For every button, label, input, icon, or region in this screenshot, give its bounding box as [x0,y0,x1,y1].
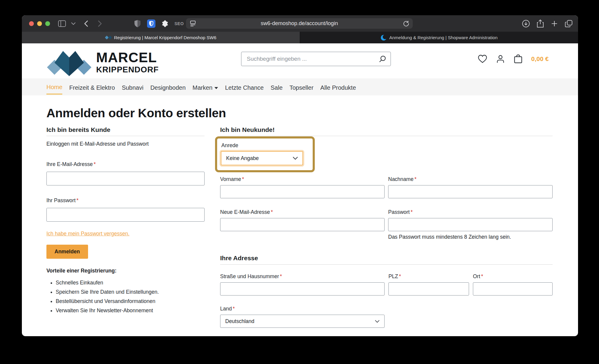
zip-field[interactable] [388,282,469,296]
email-field[interactable] [46,172,205,185]
divider [46,136,205,136]
address-bar[interactable]: sw6-demoshop.de/account/login [186,18,413,29]
register-password-label: Passwort* [388,209,553,215]
login-button[interactable]: Anmelden [46,245,88,259]
country-select[interactable]: Deutschland [220,315,385,328]
annotation-highlight: Anrede Keine Angabe [215,136,315,172]
benefits-heading: Vorteile einer Registrierung: [46,268,205,274]
password-field[interactable] [46,208,205,222]
nav-item-subnavi[interactable]: Subnavi [122,80,143,94]
sidebar-chevron-icon[interactable] [69,19,78,28]
benefits-list: Schnelles Einkaufen Speichern Sie Ihre D… [56,278,205,315]
register-section: Ich bin Neukunde! Anrede Keine Angabe Vo… [220,126,553,328]
new-tab-icon[interactable] [551,20,558,27]
nav-item-marken[interactable]: Marken [193,80,218,94]
benefit-item: Speichern Sie Ihre Daten und Einstellung… [56,287,205,297]
diamond-extension-icon[interactable] [161,19,169,28]
login-heading: Ich bin bereits Kunde [46,126,205,133]
benefit-item: Bestellübersicht und Versandinformatione… [56,297,205,306]
chevron-down-icon [375,320,379,323]
login-intro: Einloggen mit E-Mail-Adresse und Passwor… [46,141,205,147]
tab-shop-title: Registrierung | Marcel Krippendorf Demos… [114,35,217,40]
city-label: Ort* [473,273,553,280]
nav-item-freizeit-elektro[interactable]: Freizeit & Elektro [69,80,115,94]
wishlist-heart-icon[interactable] [478,54,487,63]
main-navigation: Home Freizeit & Elektro Subnavi Designbo… [22,78,578,95]
downloads-icon[interactable] [522,20,530,28]
tab-bar: Registrierung | Marcel Krippendorf Demos… [22,32,578,43]
shop-header: MARCEL KRIPPENDORF 0,00 € [22,43,578,78]
divider [220,136,553,136]
cart-total[interactable]: 0,00 € [531,55,549,63]
divider [220,264,553,265]
street-field[interactable] [220,282,385,296]
browser-toolbar: SEO sw6-demoshop.de/account/login [22,15,578,32]
first-name-field[interactable] [220,185,385,198]
account-icon[interactable] [496,54,505,63]
sidebar-toggle-icon[interactable] [58,19,66,28]
login-section: Ich bin bereits Kunde Einloggen mit E-Ma… [46,126,205,328]
new-email-field[interactable] [220,218,385,231]
blue-shield-extension-icon[interactable] [147,19,155,28]
nav-item-home[interactable]: Home [46,79,62,95]
register-password-field[interactable] [388,218,553,231]
last-name-label: Nachname* [388,176,553,182]
tab-admin-title: Anmeldung & Registrierung | Shopware Adm… [389,35,498,40]
chevron-down-icon [293,157,298,160]
logo-text: MARCEL KRIPPENDORF [96,51,159,74]
close-window-button[interactable] [29,21,34,26]
share-icon[interactable] [537,19,544,28]
password-label: Ihr Passwort* [46,197,205,204]
tab-shop[interactable]: Registrierung | Marcel Krippendorf Demos… [22,32,300,43]
logo-diamonds-icon [46,47,92,77]
benefit-item: Schnelles Einkaufen [56,278,205,287]
forward-icon[interactable] [96,19,104,28]
email-label: Ihre E-Mail-Adresse* [46,161,205,167]
country-label: Land* [220,306,553,312]
seo-extension-icon[interactable]: SEO [173,19,185,28]
shield-extension-icon[interactable] [133,19,142,28]
forgot-password-link[interactable]: Ich habe mein Passwort vergessen. [46,231,129,237]
last-name-field[interactable] [388,185,553,198]
nav-item-letzte-chance[interactable]: Letzte Chance [225,80,264,94]
street-label: Straße und Hausnummer* [220,273,385,280]
shop-logo[interactable]: MARCEL KRIPPENDORF [46,47,159,77]
salutation-label: Anrede [221,142,308,149]
nav-item-topseller[interactable]: Topseller [290,80,314,94]
back-icon[interactable] [82,19,90,28]
page-title: Anmelden oder Konto erstellen [46,106,553,120]
account-login-page: Anmelden oder Konto erstellen Ich bin be… [22,106,578,328]
search-box [241,52,391,66]
search-icon[interactable] [379,55,386,63]
tab-admin[interactable]: Anmeldung & Registrierung | Shopware Adm… [300,32,578,43]
city-field[interactable] [473,282,553,296]
minimize-window-button[interactable] [37,21,42,26]
shopware-favicon [381,35,387,41]
zip-label: PLZ* [388,273,469,280]
url-text: sw6-demoshop.de/account/login [186,20,413,27]
nav-item-alle-produkte[interactable]: Alle Produkte [320,80,356,94]
browser-window: SEO sw6-demoshop.de/account/login [22,15,578,336]
nav-item-sale[interactable]: Sale [270,80,282,94]
register-heading: Ich bin Neukunde! [220,126,553,133]
shop-favicon [105,36,111,39]
first-name-label: Vorname* [220,176,385,182]
reader-icon[interactable] [190,20,196,27]
address-heading: Ihre Adresse [220,255,553,262]
tab-overview-icon[interactable] [565,20,573,28]
benefit-item: Verwalten Sie Ihr Newsletter-Abonnement [56,306,205,315]
salutation-select[interactable]: Keine Angabe [221,151,303,165]
search-input[interactable] [241,56,379,62]
nav-item-designboden[interactable]: Designboden [150,80,186,94]
new-email-label: Neue E-Mail-Adresse* [220,209,385,215]
reload-icon[interactable] [403,20,409,27]
zoom-window-button[interactable] [45,21,50,26]
password-hint: Das Passwort muss mindestens 8 Zeichen l… [388,234,553,240]
chevron-down-icon [214,87,218,89]
cart-bag-icon[interactable] [514,54,523,64]
